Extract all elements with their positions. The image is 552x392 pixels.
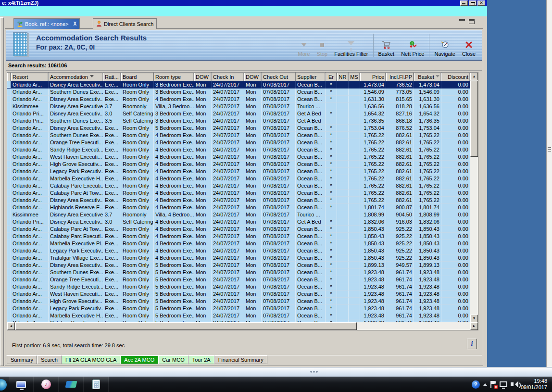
tab-close-icon[interactable]: X xyxy=(74,21,77,26)
table-row[interactable]: Orlando Ar...Marbella Executive Pl...Exe… xyxy=(7,240,470,247)
tab-direct-clients-search[interactable]: Direct Clients Search xyxy=(93,18,157,29)
table-row[interactable]: Orlando Ar...West Haven Executi...Exe...… xyxy=(7,153,470,161)
table-row[interactable]: KissimmeeDisney Area Executive3.7Roomonl… xyxy=(7,211,470,218)
table-row[interactable]: Orlando Ar...Calabay Parc Executi...Exe.… xyxy=(7,233,470,240)
bottom-tab-acc-2a-mco[interactable]: Acc 2A MCO xyxy=(120,355,158,364)
table-row[interactable]: Orlando Ar...Legacy Park Executiv...Exe.… xyxy=(7,168,470,175)
taskbar-computer-button[interactable] xyxy=(9,377,34,392)
table-row[interactable]: Orlando Ar...High Grove Executiv...Exe..… xyxy=(7,298,470,305)
minimize-button[interactable] xyxy=(460,0,468,6)
table-row[interactable]: Orlando Pri...Disney Area Executiv...3.0… xyxy=(7,110,470,117)
taskbar-calculator-button[interactable] xyxy=(84,377,109,392)
table-row[interactable]: Orlando Pri...Southern Dunes Exe...3.5Se… xyxy=(7,117,470,125)
table-row[interactable]: Orlando Ar...Southern Dunes Exe...Exe...… xyxy=(7,132,470,139)
taskbar-media-button[interactable] xyxy=(59,377,84,392)
table-row[interactable]: Orlando Ar...Marbella Executive H...Exe.… xyxy=(7,312,470,319)
vertical-scroll-thumb[interactable] xyxy=(470,81,478,157)
table-row[interactable]: KissimmeeDisney Area Executive3.7Roomonl… xyxy=(7,103,470,110)
close-button[interactable]: Close xyxy=(459,32,479,59)
bottom-tab-financial-summary[interactable]: Financial Summary xyxy=(214,355,267,364)
column-sort-icon[interactable] xyxy=(436,75,439,79)
table-row[interactable]: Orlando Ar...Legacy Park Executiv...Exe.… xyxy=(7,305,470,312)
facilities-filter-button[interactable]: Facilities Filter xyxy=(331,32,371,59)
column-header-resort[interactable]: Resort xyxy=(11,73,49,81)
column-header-rating[interactable]: Rati... xyxy=(103,73,121,81)
column-header-ms[interactable]: MS xyxy=(349,73,360,81)
start-button[interactable] xyxy=(0,379,7,391)
table-row[interactable]: Orlando Ar...Orange Tree Executi...Exe..… xyxy=(7,139,470,146)
nett-price-button[interactable]: Nett Price xyxy=(398,32,427,59)
column-header-discount[interactable]: Discount xyxy=(441,73,470,81)
table-row[interactable]: Orlando Ar...Disney Area Executiv...Exe.… xyxy=(7,81,470,89)
table-row[interactable]: Orlando Ar...Disney Area Executiv...Exe.… xyxy=(7,197,470,204)
table-row[interactable]: Orlando Ar...Disney Area Executiv...Exe.… xyxy=(7,262,470,269)
column-header-dow-out[interactable]: DOW xyxy=(244,73,262,81)
docked-sidebar-rail[interactable] xyxy=(546,0,552,377)
mdi-minimize-icon[interactable] xyxy=(459,19,465,24)
tab-booking-ref[interactable]: Book. ref.: <none> X xyxy=(13,18,80,29)
table-row[interactable]: Orlando Ar...West Haven Executi...Exe...… xyxy=(7,291,470,298)
action-center-flag-icon[interactable]: ✕ xyxy=(490,381,496,388)
column-header-incl-fl-pp[interactable]: Incl.Fl.PP xyxy=(386,73,414,81)
table-row[interactable]: Orlando Ar...Southern Dunes Exe...Exe...… xyxy=(7,89,470,96)
column-header-check-out[interactable]: Check Out xyxy=(262,73,296,81)
column-header-supplier[interactable]: Supplier xyxy=(296,73,326,81)
bottom-tab-search[interactable]: Search xyxy=(37,355,62,364)
scroll-left-arrow[interactable]: ◄ xyxy=(7,322,15,330)
column-header-basket[interactable]: Basket xyxy=(414,73,441,81)
table-row[interactable]: Orlando Ar...Trafalgar Village Exe...Exe… xyxy=(7,254,470,262)
bottom-tab-flt-2a-gla-mco-gla[interactable]: Flt 2A GLA MCO GLA xyxy=(62,355,120,364)
table-row[interactable]: Orlando Pri...Disney Area Executiv...3.0… xyxy=(7,218,470,226)
table-row[interactable]: Orlando Ar...Calabay Parc Executi...Exe.… xyxy=(7,182,470,190)
mdi-restore-icon[interactable] xyxy=(469,19,475,24)
row-selector-cell xyxy=(7,168,11,175)
table-row[interactable]: Orlando Ar...Disney Area Executiv...Exe.… xyxy=(7,96,470,103)
table-row[interactable]: Orlando Ar...Orange Tree Executi...Exe..… xyxy=(7,276,470,283)
scroll-right-arrow[interactable]: ► xyxy=(470,322,478,330)
table-row[interactable]: Orlando Ar...Legacy Park Executiv...Exe.… xyxy=(7,247,470,254)
table-row[interactable]: Orlando Ar...Sandy Ridge Executi...Exe..… xyxy=(7,283,470,291)
close-window-button[interactable]: ✕ xyxy=(477,0,485,6)
column-header-board[interactable]: Board xyxy=(121,73,154,81)
column-header-dow-in[interactable]: DOW xyxy=(194,73,212,81)
table-row[interactable]: Orlando Ar...Southern Dunes Exe...Exe...… xyxy=(7,269,470,276)
network-icon[interactable] xyxy=(500,381,507,387)
taskbar-music-button[interactable]: ♪ xyxy=(34,377,59,392)
horizontal-scrollbar[interactable]: ◄ ► xyxy=(7,322,478,330)
show-hidden-icons-arrow[interactable] xyxy=(483,381,487,386)
help-icon[interactable]: ? xyxy=(472,380,480,389)
column-header-accommodation[interactable]: Accommodation xyxy=(49,73,103,81)
vertical-scrollbar[interactable]: ▲ ▼ xyxy=(470,73,478,322)
basket-button[interactable]: Basket xyxy=(375,32,398,59)
table-row[interactable]: Orlando Ar...Sandy Ridge Executi...Exe..… xyxy=(7,146,470,153)
scroll-up-arrow[interactable]: ▲ xyxy=(470,73,478,80)
scroll-down-arrow[interactable]: ▼ xyxy=(470,315,478,322)
window-titlebar[interactable]: e: x4tTi1zmZJ) ✕ xyxy=(0,0,487,6)
table-row[interactable]: Orlando Ar...Calabay Parc At Tow...Exe..… xyxy=(7,190,470,197)
maximize-button[interactable] xyxy=(469,0,477,6)
more-button[interactable]: More xyxy=(295,32,314,59)
table-row[interactable]: Orlando Ar...Marbella Executive H...Exe.… xyxy=(7,175,470,182)
column-header-nr[interactable]: NR xyxy=(337,73,349,81)
table-row[interactable]: Orlando Ar...Calabay Parc At Tow...Exe..… xyxy=(7,226,470,233)
column-header-check-in[interactable]: Check In xyxy=(212,73,244,81)
table-row[interactable]: Orlando Ar...High Grove Executiv...Exe..… xyxy=(7,161,470,168)
stop-button[interactable]: Stop xyxy=(314,32,331,59)
navigate-button[interactable]: Navigate xyxy=(431,32,458,59)
column-filter-icon[interactable] xyxy=(90,75,94,79)
table-row[interactable]: Orlando Ar...Disney Area Executiv...Exe.… xyxy=(7,125,470,132)
band-grip-handle[interactable] xyxy=(310,371,318,374)
taskbar-clock[interactable]: 19:48 09/01/2017 xyxy=(521,378,548,391)
info-button[interactable]: i xyxy=(467,339,477,349)
bottom-tab-summary[interactable]: Summary xyxy=(7,355,37,364)
volume-icon[interactable] xyxy=(511,382,514,386)
column-header-er[interactable]: Er xyxy=(326,73,337,81)
bottom-tab-tour-2a[interactable]: Tour 2A xyxy=(188,355,214,364)
column-header-room-type[interactable]: Room type xyxy=(154,73,194,81)
cell-price: 1,923.48 xyxy=(360,312,386,319)
table-row[interactable]: Orlando Ar...Highlands Reserve E...Exe..… xyxy=(7,204,470,211)
column-header-price[interactable]: Price xyxy=(360,73,386,81)
bottom-tab-car-mco[interactable]: Car MCO xyxy=(158,355,188,364)
sidebar-grip-handle[interactable] xyxy=(548,147,551,153)
horizontal-scroll-thumb[interactable] xyxy=(15,322,357,330)
